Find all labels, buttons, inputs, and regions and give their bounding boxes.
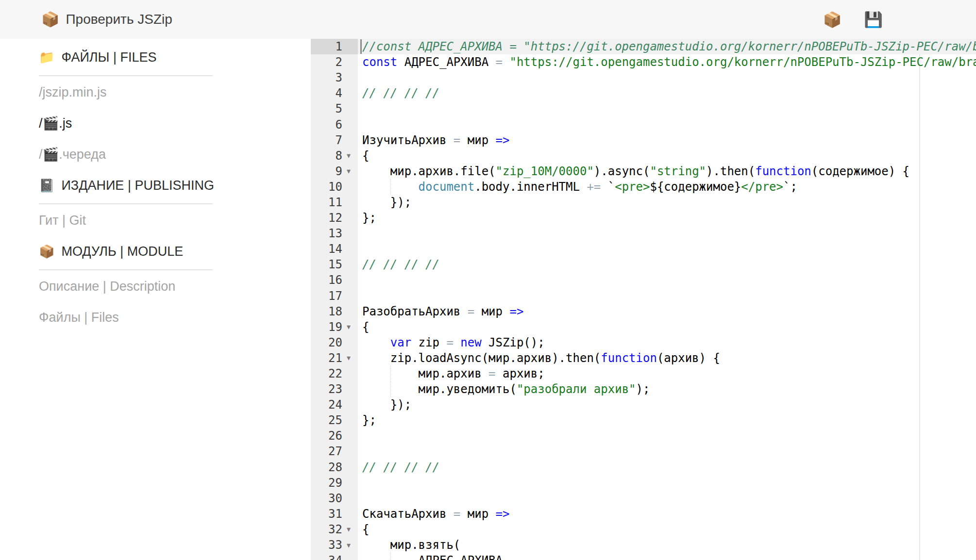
code-line[interactable]: мир.архив = архив;: [358, 366, 976, 381]
code-token: {: [362, 149, 369, 163]
code-token: =: [454, 507, 460, 521]
gutter-cell: 11: [311, 195, 358, 210]
module-icon[interactable]: 📦: [823, 12, 842, 27]
code-token: СкачатьАрхив: [362, 507, 454, 521]
code-line[interactable]: [358, 475, 976, 491]
code-line[interactable]: ИзучитьАрхив = мир =>: [358, 132, 976, 148]
code-line[interactable]: {: [358, 319, 976, 335]
gutter-cell: 27: [311, 444, 358, 459]
code-line[interactable]: const АДРЕС_АРХИВА = "https://git.openga…: [358, 54, 976, 70]
code-token: const: [362, 55, 397, 69]
sidebar-item[interactable]: /🎬.череда: [39, 146, 213, 163]
code-token: `: [601, 180, 615, 194]
code-token: );: [636, 382, 650, 396]
code-line[interactable]: {: [358, 522, 976, 537]
code-line[interactable]: АДРЕС_АРХИВА: [358, 553, 976, 560]
line-number: 32: [328, 523, 342, 536]
code-token: мир.взять(: [362, 538, 460, 552]
editor-row: 19▾{: [311, 319, 976, 335]
code-token: архив;: [496, 367, 545, 380]
gutter-cell: 9▾: [311, 164, 358, 179]
gutter-cell: 26: [311, 428, 358, 444]
code-token: мир: [460, 133, 495, 147]
code-line[interactable]: мир.архив.file("zip_10M/0000").async("st…: [358, 164, 976, 179]
fold-arrow-icon[interactable]: ▾: [342, 166, 355, 176]
sidebar-item[interactable]: Файлы | Files: [39, 309, 213, 326]
gutter-cell: 14: [311, 241, 358, 257]
save-icon[interactable]: 💾: [864, 12, 883, 27]
editor-row: 29: [311, 475, 976, 491]
code-line[interactable]: var zip = new JSZip();: [358, 335, 976, 350]
header-left: 📦 Проверить JSZip: [41, 0, 172, 39]
line-number: 14: [328, 242, 342, 256]
code-line[interactable]: мир.уведомить("разобрали архив");: [358, 381, 976, 397]
code-line[interactable]: // // // //: [358, 257, 976, 272]
code-line[interactable]: [358, 226, 976, 241]
editor-row: 4// // // //: [311, 85, 976, 101]
code-token: мир: [460, 507, 495, 521]
editor-row: 33▾ мир.взять(: [311, 537, 976, 553]
code-line[interactable]: });: [358, 195, 976, 210]
code-line[interactable]: };: [358, 210, 976, 226]
code-line[interactable]: СкачатьАрхив = мир =>: [358, 506, 976, 522]
code-token: мир: [474, 305, 509, 318]
line-number: 27: [328, 445, 342, 458]
line-number: 31: [328, 507, 342, 521]
code-line[interactable]: [358, 428, 976, 444]
editor-row: 17: [311, 288, 976, 304]
code-line[interactable]: РазобратьАрхив = мир =>: [358, 304, 976, 319]
code-token: };: [362, 211, 376, 225]
code-line[interactable]: };: [358, 412, 976, 428]
sidebar-item[interactable]: Гит | Git: [39, 212, 213, 229]
code-token: ).async(: [594, 165, 650, 178]
code-token: АДРЕС_АРХИВА: [397, 55, 495, 69]
fold-arrow-icon[interactable]: ▾: [342, 151, 355, 160]
code-line[interactable]: // // // //: [358, 460, 976, 475]
code-token: document: [419, 180, 475, 194]
code-line[interactable]: [358, 101, 976, 116]
gutter-cell: 15: [311, 257, 358, 272]
editor-row: 21▾ zip.loadAsync(мир.архив).then(functi…: [311, 350, 976, 366]
code-line[interactable]: [358, 444, 976, 459]
code-token: =>: [509, 305, 523, 318]
code-line[interactable]: zip.loadAsync(мир.архив).then(function(а…: [358, 350, 976, 366]
sidebar-item[interactable]: /🎬.js: [39, 115, 213, 132]
line-number: 3: [336, 71, 342, 84]
fold-arrow-icon[interactable]: ▾: [342, 541, 355, 550]
code-token: "https://git.opengamestudio.org/kornerr/…: [509, 55, 976, 69]
code-token: // // // //: [362, 258, 439, 271]
code-line[interactable]: [358, 241, 976, 257]
code-line[interactable]: document.body.innerHTML += `<pre>${содер…: [358, 179, 976, 195]
gutter-cell: 2: [311, 54, 358, 70]
code-line[interactable]: [358, 272, 976, 288]
code-editor[interactable]: 1//const АДРЕС_АРХИВА = "https://git.ope…: [311, 39, 976, 560]
gutter-cell: 16: [311, 272, 358, 288]
line-number: 8: [336, 149, 342, 163]
code-token: // // // //: [362, 461, 439, 474]
code-token: <pre>: [615, 180, 650, 194]
line-number: 2: [336, 55, 342, 69]
code-line[interactable]: {: [358, 148, 976, 164]
code-line[interactable]: [358, 491, 976, 506]
code-line[interactable]: });: [358, 397, 976, 412]
fold-arrow-icon[interactable]: ▾: [342, 353, 355, 362]
code-line[interactable]: [358, 288, 976, 304]
sidebar-item[interactable]: /jszip.min.js: [39, 84, 213, 100]
code-line[interactable]: [358, 116, 976, 132]
line-number: 28: [328, 461, 342, 474]
code-line[interactable]: мир.взять(: [358, 537, 976, 553]
editor-row: 18РазобратьАрхив = мир =>: [311, 304, 976, 319]
code-line[interactable]: [358, 70, 976, 85]
code-token: мир.уведомить(: [362, 382, 517, 396]
fold-arrow-icon[interactable]: ▾: [342, 525, 355, 534]
code-line[interactable]: // // // //: [358, 85, 976, 101]
sidebar-section-label: ФАЙЛЫ | FILES: [61, 50, 156, 65]
code-token: =: [446, 336, 453, 349]
editor-row: 24 });: [311, 397, 976, 412]
code-line[interactable]: //const АДРЕС_АРХИВА = "https://git.open…: [358, 39, 976, 54]
sidebar-item[interactable]: Описание | Description: [39, 278, 213, 295]
folder-icon: 📁: [39, 51, 54, 64]
fold-arrow-icon[interactable]: ▾: [342, 322, 355, 331]
line-number: 9: [336, 165, 342, 178]
indent-guide: [390, 381, 391, 397]
